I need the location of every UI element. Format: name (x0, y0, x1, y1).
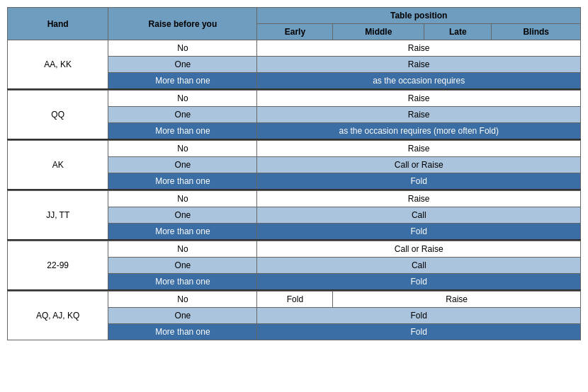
raise-before-cell: One (108, 308, 257, 324)
raise-before-cell: More than one (108, 73, 257, 90)
value-cell: Raise (257, 40, 581, 57)
raise-before-cell: More than one (108, 324, 257, 340)
value-cell: Raise (257, 141, 581, 157)
value-cell: as the occasion requires (more often Fol… (257, 123, 581, 140)
col-header-table-position: Table position (257, 8, 581, 24)
value-cell: Fold (257, 274, 581, 291)
value-cell: Raise (257, 91, 581, 107)
hand-label: AA, KK (8, 40, 108, 90)
raise-before-cell: No (108, 40, 257, 57)
col-header-blinds: Blinds (492, 24, 581, 40)
raise-before-cell: More than one (108, 123, 257, 140)
raise-before-cell: No (108, 241, 257, 258)
raise-before-cell: No (108, 91, 257, 107)
value-cell: Fold (257, 224, 581, 241)
hand-label: QQ (8, 91, 108, 140)
col-header-hand: Hand (8, 8, 108, 40)
col-header-early: Early (257, 24, 333, 40)
value-cell: Call (257, 258, 581, 274)
value-cell: Fold (257, 173, 581, 190)
early-cell: Fold (257, 292, 333, 308)
hand-label: AK (8, 141, 108, 190)
value-cell: as the occasion requires (257, 73, 581, 90)
raise-before-cell: More than one (108, 274, 257, 291)
value-cell: Raise (257, 57, 581, 73)
value-cell: Fold (257, 308, 581, 324)
poker-strategy-table: Hand Raise before you Table position Ear… (7, 7, 581, 340)
raise-before-cell: More than one (108, 224, 257, 241)
hand-label: AQ, AJ, KQ (8, 292, 108, 340)
value-cell: Fold (257, 324, 581, 340)
value-cell: Call (257, 207, 581, 224)
value-cell: Call or Raise (257, 241, 581, 258)
col-header-raise: Raise before you (108, 8, 257, 40)
raise-before-cell: One (108, 157, 257, 173)
raise-before-cell: No (108, 191, 257, 207)
hand-label: JJ, TT (8, 191, 108, 241)
raise-before-cell: One (108, 207, 257, 224)
value-cell: Call or Raise (257, 157, 581, 173)
rest-cell: Raise (333, 292, 581, 308)
col-header-middle: Middle (333, 24, 424, 40)
value-cell: Raise (257, 107, 581, 123)
raise-before-cell: More than one (108, 173, 257, 190)
raise-before-cell: One (108, 107, 257, 123)
value-cell: Raise (257, 191, 581, 207)
hand-label: 22-99 (8, 241, 108, 291)
raise-before-cell: One (108, 57, 257, 73)
col-header-late: Late (424, 24, 492, 40)
raise-before-cell: No (108, 292, 257, 308)
raise-before-cell: No (108, 141, 257, 157)
raise-before-cell: One (108, 258, 257, 274)
